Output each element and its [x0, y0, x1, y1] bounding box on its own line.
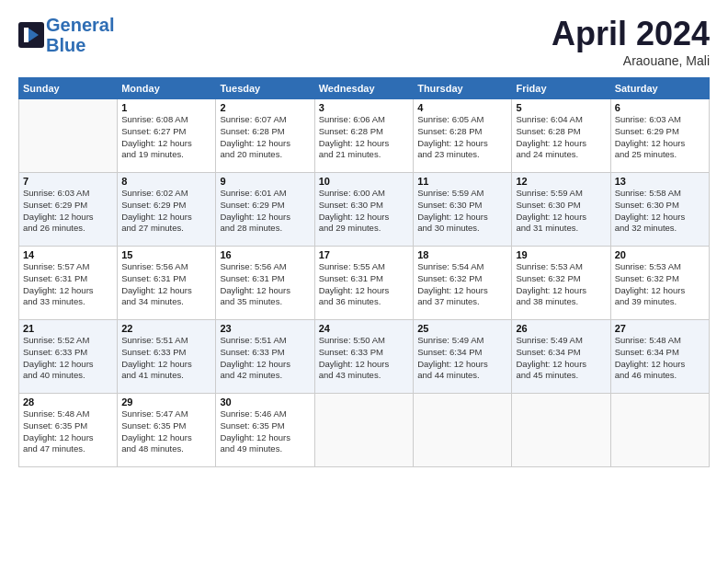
- day-number: 25: [417, 323, 507, 334]
- day-number: 24: [319, 323, 409, 334]
- day-number: 1: [121, 102, 211, 113]
- svg-rect-2: [24, 28, 28, 42]
- day-number: 29: [121, 396, 211, 408]
- day-number: 26: [516, 323, 606, 334]
- day-info: Sunrise: 5:59 AM Sunset: 6:30 PM Dayligh…: [417, 188, 507, 235]
- calendar-week-row: 14Sunrise: 5:57 AM Sunset: 6:31 PM Dayli…: [19, 247, 710, 320]
- day-number: 5: [516, 102, 606, 113]
- calendar-cell: 23Sunrise: 5:51 AM Sunset: 6:33 PM Dayli…: [216, 320, 314, 394]
- weekday-header-row: SundayMondayTuesdayWednesdayThursdayFrid…: [19, 78, 710, 99]
- day-info: Sunrise: 6:03 AM Sunset: 6:29 PM Dayligh…: [615, 114, 705, 161]
- title-block: April 2024 Araouane, Mali: [552, 15, 710, 68]
- location-subtitle: Araouane, Mali: [552, 53, 710, 68]
- weekday-header-tuesday: Tuesday: [216, 78, 314, 99]
- calendar-cell: 24Sunrise: 5:50 AM Sunset: 6:33 PM Dayli…: [314, 320, 413, 394]
- day-number: 17: [319, 249, 409, 260]
- day-number: 28: [23, 396, 113, 408]
- day-info: Sunrise: 5:52 AM Sunset: 6:33 PM Dayligh…: [23, 335, 113, 382]
- day-number: 2: [220, 102, 310, 113]
- day-info: Sunrise: 6:02 AM Sunset: 6:29 PM Dayligh…: [121, 188, 211, 235]
- logo: General Blue: [18, 15, 114, 55]
- day-info: Sunrise: 5:48 AM Sunset: 6:34 PM Dayligh…: [615, 335, 705, 382]
- calendar-week-row: 28Sunrise: 5:48 AM Sunset: 6:35 PM Dayli…: [19, 394, 710, 467]
- day-number: 30: [220, 396, 310, 408]
- calendar-cell: 5Sunrise: 6:04 AM Sunset: 6:28 PM Daylig…: [512, 99, 610, 173]
- day-number: 15: [121, 249, 211, 260]
- day-info: Sunrise: 5:48 AM Sunset: 6:35 PM Dayligh…: [23, 408, 113, 455]
- calendar-cell: 15Sunrise: 5:56 AM Sunset: 6:31 PM Dayli…: [118, 247, 216, 320]
- month-title: April 2024: [552, 15, 710, 53]
- calendar-cell: [314, 394, 413, 467]
- day-info: Sunrise: 5:56 AM Sunset: 6:31 PM Dayligh…: [121, 261, 211, 308]
- day-number: 19: [516, 249, 606, 260]
- day-info: Sunrise: 6:04 AM Sunset: 6:28 PM Dayligh…: [516, 114, 606, 161]
- weekday-header-monday: Monday: [118, 78, 216, 99]
- day-number: 22: [121, 323, 211, 334]
- header: General Blue April 2024 Araouane, Mali: [18, 15, 710, 68]
- calendar-cell: 22Sunrise: 5:51 AM Sunset: 6:33 PM Dayli…: [118, 320, 216, 394]
- day-number: 20: [615, 249, 705, 260]
- calendar-cell: 6Sunrise: 6:03 AM Sunset: 6:29 PM Daylig…: [610, 99, 709, 173]
- day-number: 12: [516, 176, 606, 187]
- day-info: Sunrise: 5:46 AM Sunset: 6:35 PM Dayligh…: [220, 408, 310, 455]
- calendar-cell: [19, 99, 118, 173]
- weekday-header-thursday: Thursday: [414, 78, 512, 99]
- calendar-cell: 12Sunrise: 5:59 AM Sunset: 6:30 PM Dayli…: [512, 173, 610, 247]
- logo-text: General Blue: [46, 15, 114, 55]
- calendar-cell: 21Sunrise: 5:52 AM Sunset: 6:33 PM Dayli…: [19, 320, 118, 394]
- day-info: Sunrise: 6:00 AM Sunset: 6:30 PM Dayligh…: [319, 188, 409, 235]
- calendar-cell: 17Sunrise: 5:55 AM Sunset: 6:31 PM Dayli…: [314, 247, 413, 320]
- day-number: 4: [417, 102, 507, 113]
- calendar-cell: 13Sunrise: 5:58 AM Sunset: 6:30 PM Dayli…: [610, 173, 709, 247]
- page: General Blue April 2024 Araouane, Mali S…: [0, 0, 728, 482]
- calendar-cell: 14Sunrise: 5:57 AM Sunset: 6:31 PM Dayli…: [19, 247, 118, 320]
- day-info: Sunrise: 6:08 AM Sunset: 6:27 PM Dayligh…: [121, 114, 211, 161]
- calendar-cell: [414, 394, 512, 467]
- calendar-cell: 26Sunrise: 5:49 AM Sunset: 6:34 PM Dayli…: [512, 320, 610, 394]
- day-info: Sunrise: 5:57 AM Sunset: 6:31 PM Dayligh…: [23, 261, 113, 308]
- day-number: 11: [417, 176, 507, 187]
- day-number: 7: [23, 176, 113, 187]
- weekday-header-wednesday: Wednesday: [314, 78, 413, 99]
- day-info: Sunrise: 6:05 AM Sunset: 6:28 PM Dayligh…: [417, 114, 507, 161]
- day-info: Sunrise: 5:56 AM Sunset: 6:31 PM Dayligh…: [220, 261, 310, 308]
- day-info: Sunrise: 5:53 AM Sunset: 6:32 PM Dayligh…: [615, 261, 705, 308]
- calendar-cell: 20Sunrise: 5:53 AM Sunset: 6:32 PM Dayli…: [610, 247, 709, 320]
- day-info: Sunrise: 6:07 AM Sunset: 6:28 PM Dayligh…: [220, 114, 310, 161]
- calendar-week-row: 1Sunrise: 6:08 AM Sunset: 6:27 PM Daylig…: [19, 99, 710, 173]
- day-info: Sunrise: 6:03 AM Sunset: 6:29 PM Dayligh…: [23, 188, 113, 235]
- day-info: Sunrise: 5:58 AM Sunset: 6:30 PM Dayligh…: [615, 188, 705, 235]
- logo-blue: Blue: [46, 35, 85, 55]
- day-info: Sunrise: 5:47 AM Sunset: 6:35 PM Dayligh…: [121, 408, 211, 455]
- calendar-cell: [512, 394, 610, 467]
- calendar-cell: 9Sunrise: 6:01 AM Sunset: 6:29 PM Daylig…: [216, 173, 314, 247]
- day-number: 16: [220, 249, 310, 260]
- calendar-cell: 8Sunrise: 6:02 AM Sunset: 6:29 PM Daylig…: [118, 173, 216, 247]
- calendar-cell: 10Sunrise: 6:00 AM Sunset: 6:30 PM Dayli…: [314, 173, 413, 247]
- calendar-cell: 11Sunrise: 5:59 AM Sunset: 6:30 PM Dayli…: [414, 173, 512, 247]
- calendar-cell: 27Sunrise: 5:48 AM Sunset: 6:34 PM Dayli…: [610, 320, 709, 394]
- day-number: 10: [319, 176, 409, 187]
- day-info: Sunrise: 5:59 AM Sunset: 6:30 PM Dayligh…: [516, 188, 606, 235]
- day-number: 14: [23, 249, 113, 260]
- calendar-table: SundayMondayTuesdayWednesdayThursdayFrid…: [18, 77, 710, 467]
- day-info: Sunrise: 5:51 AM Sunset: 6:33 PM Dayligh…: [121, 335, 211, 382]
- calendar-cell: 7Sunrise: 6:03 AM Sunset: 6:29 PM Daylig…: [19, 173, 118, 247]
- day-info: Sunrise: 5:49 AM Sunset: 6:34 PM Dayligh…: [417, 335, 507, 382]
- calendar-cell: 2Sunrise: 6:07 AM Sunset: 6:28 PM Daylig…: [216, 99, 314, 173]
- day-number: 21: [23, 323, 113, 334]
- day-number: 18: [417, 249, 507, 260]
- calendar-cell: [610, 394, 709, 467]
- logo-general: General: [46, 15, 114, 35]
- day-info: Sunrise: 5:49 AM Sunset: 6:34 PM Dayligh…: [516, 335, 606, 382]
- logo-icon: [18, 22, 44, 48]
- calendar-cell: 18Sunrise: 5:54 AM Sunset: 6:32 PM Dayli…: [414, 247, 512, 320]
- calendar-cell: 16Sunrise: 5:56 AM Sunset: 6:31 PM Dayli…: [216, 247, 314, 320]
- weekday-header-sunday: Sunday: [19, 78, 118, 99]
- day-number: 9: [220, 176, 310, 187]
- day-info: Sunrise: 5:51 AM Sunset: 6:33 PM Dayligh…: [220, 335, 310, 382]
- day-info: Sunrise: 6:06 AM Sunset: 6:28 PM Dayligh…: [319, 114, 409, 161]
- calendar-cell: 25Sunrise: 5:49 AM Sunset: 6:34 PM Dayli…: [414, 320, 512, 394]
- calendar-cell: 29Sunrise: 5:47 AM Sunset: 6:35 PM Dayli…: [118, 394, 216, 467]
- day-number: 6: [615, 102, 705, 113]
